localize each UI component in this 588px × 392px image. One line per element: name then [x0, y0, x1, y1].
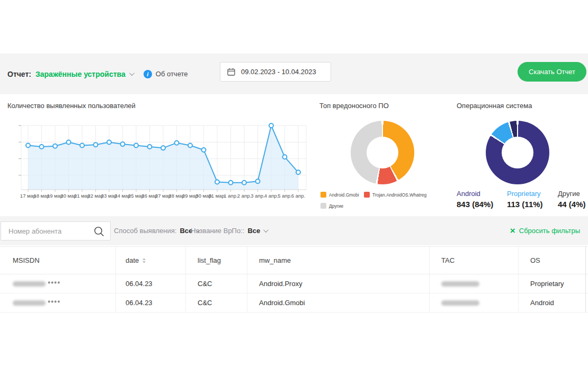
column-header-list-flag: list_flag [185, 247, 247, 274]
legend-item: Proprietary 113 (11%) [507, 190, 543, 209]
filter-value: Все [247, 227, 260, 235]
infected-devices-dashboard: Отчет: Заражённые устройства i Об отчете… [0, 0, 588, 392]
report-header-band: Отчет: Заражённые устройства i Об отчете… [0, 54, 588, 94]
date-cell: 06.04.23 [115, 293, 185, 312]
svg-text:5 апр.: 5 апр. [278, 193, 291, 199]
table-row: **** 06.04.23 C&C Android.Gmobi Android [0, 293, 588, 313]
os-donut-chart [486, 121, 549, 184]
list-flag-cell: C&C [185, 274, 247, 293]
chevron-down-icon [263, 227, 269, 233]
list-flag-cell: C&C [185, 293, 247, 312]
svg-text:4 апр.: 4 апр. [264, 193, 278, 199]
legend-label: Android.Gmobi [329, 192, 359, 198]
subscriber-search-box [1, 221, 111, 240]
subscriber-search-input[interactable] [1, 222, 86, 240]
table-scrollbar[interactable] [585, 246, 586, 313]
line-chart-title: Количество выявленных пользователей [7, 102, 136, 110]
calendar-icon [227, 68, 235, 76]
blurred-msisdn [13, 300, 46, 306]
legend-swatch-gray [320, 203, 326, 209]
svg-text:3 апр.: 3 апр. [251, 193, 264, 199]
filter-label: Название ВрПо:: [191, 227, 244, 235]
os-donut-title: Операционная система [457, 102, 532, 110]
malware-donut-title: Топ вредоносного ПО [319, 102, 389, 110]
legend-item: Другие [320, 203, 343, 209]
filter-band: Способ выявления: Все Название ВрПо:: Вс… [0, 216, 588, 245]
tac-cell [429, 293, 518, 312]
infected-devices-table: MSISDN date list_flag mw_name TAC OS ***… [0, 246, 588, 313]
column-header-mw-name: mw_name [247, 247, 429, 274]
legend-swatch-red [364, 192, 370, 198]
legend-item: Android 843 (84%) [457, 190, 493, 209]
charts-panel: Количество выявленных пользователей 17 м… [0, 94, 588, 216]
table-row: **** 06.04.23 C&C Android.Proxy Propriet… [0, 274, 588, 293]
detection-method-filter[interactable]: Способ выявления: Все [114, 216, 199, 245]
column-header-msisdn: MSISDN [0, 247, 115, 274]
svg-text:6 апр.: 6 апр. [291, 193, 305, 199]
search-icon[interactable] [93, 226, 105, 237]
legend-item: Android.Gmobi [320, 192, 359, 198]
malware-donut-chart [351, 121, 414, 184]
date-cell: 06.04.23 [115, 274, 185, 293]
blurred-tac [441, 300, 479, 306]
svg-text:1 апр.: 1 апр. [224, 193, 237, 199]
msisdn-cell: **** [0, 274, 115, 293]
tac-cell [429, 274, 518, 293]
report-group: Отчет: Заражённые устройства i Об отчете [7, 54, 188, 94]
column-header-os: OS [518, 247, 588, 274]
legend-value: 843 (84%) [457, 200, 493, 209]
report-selector[interactable]: Заражённые устройства [35, 70, 133, 78]
malware-name-filter[interactable]: Название ВрПо:: Все [191, 216, 267, 245]
os-cell: Android [518, 293, 588, 312]
legend-value: 44 (4%) [558, 200, 586, 209]
blurred-tac [441, 281, 479, 287]
info-icon: i [144, 70, 152, 78]
os-cell: Proprietary [518, 274, 588, 293]
legend-label: Другие [558, 190, 586, 198]
reset-filters-button[interactable]: × Сбросить фильтры [510, 216, 580, 245]
legend-swatch-orange [320, 192, 326, 198]
reset-filters-label: Сбросить фильтры [519, 227, 580, 235]
legend-label: Другие [329, 203, 343, 209]
close-icon: × [510, 226, 515, 235]
about-report-link[interactable]: i Об отчете [144, 70, 188, 78]
legend-label: Trojan.AndroidOS.Whatreg [372, 192, 426, 198]
download-report-button[interactable]: Скачать Отчет [518, 62, 586, 82]
legend-label: Proprietary [507, 190, 543, 198]
users-line-chart: 17 мар18 мар19 мар20 мар21 мар22 мар23 м… [0, 119, 315, 204]
table-header-row: MSISDN date list_flag mw_name TAC OS [0, 246, 588, 274]
chevron-down-icon [129, 70, 135, 76]
about-report-label: Об отчете [156, 70, 188, 78]
mw-name-cell: Android.Proxy [247, 274, 429, 293]
legend-item: Trojan.AndroidOS.Whatreg [364, 192, 426, 198]
blurred-msisdn [13, 281, 46, 287]
legend-value: 113 (11%) [507, 200, 543, 209]
report-selector-value: Заражённые устройства [35, 70, 126, 78]
date-range-value: 09.02.2023 - 10.04.2023 [241, 68, 316, 76]
column-header-tac: TAC [429, 247, 518, 274]
date-range-picker[interactable]: 09.02.2023 - 10.04.2023 [220, 62, 331, 82]
svg-text:2 апр.: 2 апр. [237, 193, 251, 199]
column-header-date[interactable]: date [115, 247, 185, 274]
legend-label: Android [457, 190, 493, 198]
report-label: Отчет: [7, 70, 31, 78]
filter-label: Способ выявления: [114, 227, 176, 235]
sort-icon[interactable] [142, 258, 146, 263]
mw-name-cell: Android.Gmobi [247, 293, 429, 312]
msisdn-cell: **** [0, 293, 115, 312]
legend-item: Другие 44 (4%) [558, 190, 586, 209]
